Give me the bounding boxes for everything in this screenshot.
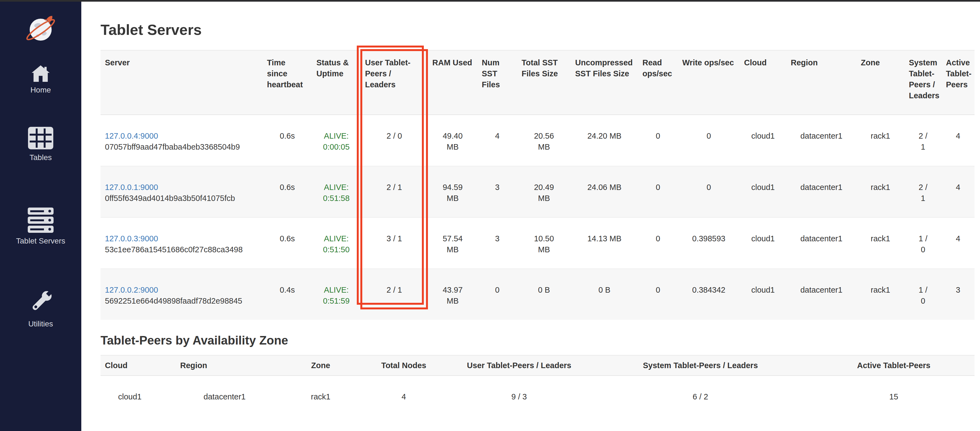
sidebar-item-utilities[interactable]: Utilities (0, 288, 81, 328)
column-header: Read ops/sec (638, 50, 678, 115)
server-uuid: 0ff55f6349ad4014b9a3b50f41075fcb (105, 193, 258, 204)
cell-system-tablet-peers-leaders: 2 / 1 (904, 166, 942, 218)
sidebar-item-label: Tables (30, 153, 52, 162)
tablet-servers-header-row: ServerTime since heartbeatStatus & Uptim… (100, 50, 975, 115)
cell-write-ops-sec: 0.384342 (678, 269, 740, 320)
sidebar-item-label: Tablet Servers (16, 237, 65, 245)
cell-zone: rack1 (856, 166, 904, 218)
cell-num-sst-files: 3 (477, 166, 517, 218)
cell-time-since-heartbeat: 0.6s (262, 166, 312, 218)
cell-system-tablet-peers-leaders: 1 / 0 (904, 269, 942, 320)
column-header: Cloud (100, 355, 176, 375)
az-header-row: CloudRegionZoneTotal NodesUser Tablet-Pe… (100, 355, 975, 375)
cell-uncompressed-sst-files-size: 14.13 MB (571, 218, 638, 269)
page-title: Tablet Servers (100, 21, 975, 38)
cell-ram-used: 49.40 MB (428, 115, 477, 166)
cell-region: datacenter1 (786, 115, 856, 166)
cell-server: 127.0.0.4:900007057bff9aad47fbaba4beb336… (100, 115, 262, 166)
sidebar-item-tables[interactable]: Tables (0, 127, 81, 162)
cell-num-sst-files: 4 (477, 115, 517, 166)
column-header: Total SST Files Size (517, 50, 571, 115)
cell-ram-used: 57.54 MB (428, 218, 477, 269)
sidebar-item-home[interactable]: Home (0, 65, 81, 94)
cell-server: 127.0.0.2:90005692251e664d49898faadf78d2… (100, 269, 262, 320)
cell-ram-used: 94.59 MB (428, 166, 477, 218)
yugabyte-logo[interactable] (20, 13, 61, 46)
cell-cloud: cloud1 (740, 115, 786, 166)
cell-write-ops-sec: 0.398593 (678, 218, 740, 269)
cell-active-tablet-peers: 4 (942, 115, 975, 166)
table-row: 127.0.0.3:900053c1ee786a15451686c0f27c88… (100, 218, 975, 269)
cell-system-tablet-peers-leaders: 6 / 2 (588, 375, 813, 413)
cell-uncompressed-sst-files-size: 0 B (571, 269, 638, 320)
cell-server: 127.0.0.3:900053c1ee786a15451686c0f27c88… (100, 218, 262, 269)
cell-total-sst-files-size: 20.49 MB (517, 166, 571, 218)
cell-read-ops-sec: 0 (638, 115, 678, 166)
column-header: Status & Uptime (312, 50, 361, 115)
cell-total-sst-files-size: 20.56 MB (517, 115, 571, 166)
column-header: Region (176, 355, 284, 375)
server-link[interactable]: 127.0.0.1:9000 (105, 183, 158, 192)
column-header: User Tablet-Peers / Leaders (450, 355, 588, 375)
server-uuid: 53c1ee786a15451686c0f27c88ca3498 (105, 244, 258, 255)
main-content: Tablet Servers ServerTime since heartbea… (81, 2, 980, 413)
tablet-servers-tbody: 127.0.0.4:900007057bff9aad47fbaba4beb336… (100, 115, 975, 320)
cell-num-sst-files: 3 (477, 218, 517, 269)
column-header: Cloud (740, 50, 786, 115)
column-header: Uncompressed SST Files Size (571, 50, 638, 115)
table-row: cloud1datacenter1rack149 / 36 / 215 (100, 375, 975, 413)
tablet-servers-icon (28, 208, 54, 233)
cell-region: datacenter1 (786, 218, 856, 269)
cell-time-since-heartbeat: 0.6s (262, 115, 312, 166)
planet-rocket-logo-icon (22, 14, 59, 45)
cell-user-tablet-peers-leaders: 2 / 1 (361, 166, 428, 218)
cell-system-tablet-peers-leaders: 2 / 1 (904, 115, 942, 166)
sidebar: Home Tables Tablet Servers (0, 0, 81, 431)
cell-region: datacenter1 (786, 269, 856, 320)
column-header: RAM Used (428, 50, 477, 115)
cell-time-since-heartbeat: 0.4s (262, 269, 312, 320)
cell-active-tablet-peers: 4 (942, 166, 975, 218)
column-header: Active Tablet-Peers (813, 355, 975, 375)
server-uuid: 07057bff9aad47fbaba4beb3368504b9 (105, 142, 258, 153)
cell-user-tablet-peers-leaders: 3 / 1 (361, 218, 428, 269)
cell-status-uptime: ALIVE: 0:51:58 (312, 166, 361, 218)
cell-total-sst-files-size: 10.50 MB (517, 218, 571, 269)
column-header: System Tablet-Peers / Leaders (904, 50, 942, 115)
utilities-wrench-icon (27, 288, 54, 316)
cell-read-ops-sec: 0 (638, 166, 678, 218)
server-link[interactable]: 127.0.0.2:9000 (105, 286, 158, 294)
table-row: 127.0.0.4:900007057bff9aad47fbaba4beb336… (100, 115, 975, 166)
column-header: Total Nodes (357, 355, 450, 375)
cell-status-uptime: ALIVE: 0:51:50 (312, 218, 361, 269)
tables-icon (28, 127, 53, 149)
column-header: Region (786, 50, 856, 115)
server-link[interactable]: 127.0.0.4:9000 (105, 132, 158, 140)
cell-region: datacenter1 (786, 166, 856, 218)
cell-status-uptime: ALIVE: 0:00:05 (312, 115, 361, 166)
az-tbody: cloud1datacenter1rack149 / 36 / 215 (100, 375, 975, 413)
cell-user-tablet-peers-leaders: 9 / 3 (450, 375, 588, 413)
cell-write-ops-sec: 0 (678, 115, 740, 166)
sidebar-item-label: Home (30, 86, 51, 94)
server-uuid: 5692251e664d49898faadf78d2e98845 (105, 296, 258, 306)
cell-cloud: cloud1 (100, 375, 176, 413)
cell-total-nodes: 4 (357, 375, 450, 413)
cell-active-tablet-peers: 4 (942, 218, 975, 269)
cell-zone: rack1 (856, 115, 904, 166)
server-link[interactable]: 127.0.0.3:9000 (105, 234, 158, 243)
home-icon (32, 65, 50, 82)
cell-write-ops-sec: 0 (678, 166, 740, 218)
table-row: 127.0.0.2:90005692251e664d49898faadf78d2… (100, 269, 975, 320)
cell-status-uptime: ALIVE: 0:51:59 (312, 269, 361, 320)
sidebar-item-tablet-servers[interactable]: Tablet Servers (0, 208, 81, 245)
window-top-strip (0, 0, 980, 2)
column-header: User Tablet-Peers / Leaders (361, 50, 428, 115)
section-title: Tablet-Peers by Availability Zone (100, 334, 975, 347)
cell-read-ops-sec: 0 (638, 269, 678, 320)
cell-cloud: cloud1 (740, 269, 786, 320)
cell-zone: rack1 (284, 375, 357, 413)
cell-user-tablet-peers-leaders: 2 / 0 (361, 115, 428, 166)
cell-system-tablet-peers-leaders: 1 / 0 (904, 218, 942, 269)
cell-uncompressed-sst-files-size: 24.20 MB (571, 115, 638, 166)
